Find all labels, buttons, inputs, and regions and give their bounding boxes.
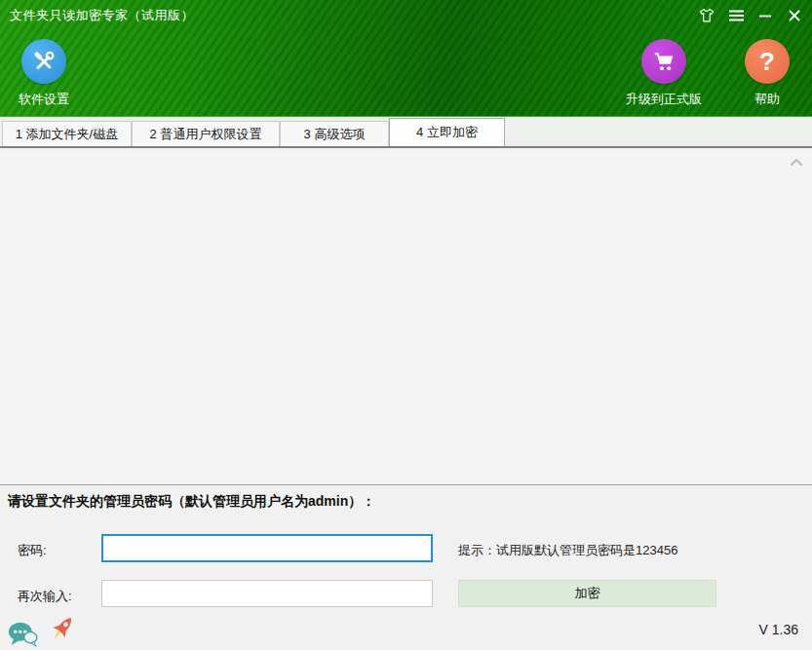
close-icon[interactable] xyxy=(783,5,806,26)
tab-encrypt-now[interactable]: 4 立即加密 xyxy=(389,118,505,146)
confirm-password-input[interactable] xyxy=(101,580,433,607)
panel-heading: 请设置文件夹的管理员密码（默认管理员用户名为admin）： xyxy=(8,493,375,511)
skin-icon[interactable] xyxy=(695,5,718,26)
chat-feedback-icon[interactable] xyxy=(8,622,38,650)
upgrade-label: 升级到正式版 xyxy=(626,91,702,108)
folder-list-area xyxy=(0,150,812,484)
software-settings-label: 软件设置 xyxy=(19,91,69,108)
cart-icon xyxy=(641,39,686,84)
software-settings-button[interactable]: 软件设置 xyxy=(0,39,88,108)
help-label: 帮助 xyxy=(754,91,780,108)
encrypt-button[interactable]: 加密 xyxy=(458,580,716,607)
chevron-up-icon[interactable] xyxy=(789,154,808,170)
tools-icon xyxy=(21,39,66,84)
app-header: 文件夹只读加密专家（试用版） xyxy=(0,0,812,117)
confirm-password-label: 再次输入: xyxy=(18,588,72,605)
help-button[interactable]: ? 帮助 xyxy=(728,39,806,108)
app-window: 文件夹只读加密专家（试用版） xyxy=(0,0,812,650)
step-tab-strip: 1 添加文件夹/磁盘 2 普通用户权限设置 3 高级选项 4 立即加密 xyxy=(0,117,812,148)
menu-icon[interactable] xyxy=(724,5,748,26)
password-input[interactable] xyxy=(101,534,433,562)
upgrade-button[interactable]: 升级到正式版 xyxy=(605,39,722,108)
window-title: 文件夹只读加密专家（试用版） xyxy=(10,7,194,24)
question-icon: ? xyxy=(745,39,790,84)
tab-advanced-options[interactable]: 3 高级选项 xyxy=(280,121,389,146)
trial-password-hint: 提示：试用版默认管理员密码是123456 xyxy=(458,542,677,559)
window-controls xyxy=(695,5,806,26)
rocket-icon[interactable] xyxy=(47,613,78,648)
tab-add-folder[interactable]: 1 添加文件夹/磁盘 xyxy=(2,121,132,146)
minimize-icon[interactable] xyxy=(754,5,777,26)
password-label: 密码: xyxy=(18,542,47,559)
admin-password-panel: 请设置文件夹的管理员密码（默认管理员用户名为admin）： 密码: 提示：试用版… xyxy=(0,485,812,650)
tab-user-permissions[interactable]: 2 普通用户权限设置 xyxy=(132,121,280,146)
version-text: V 1.36 xyxy=(759,622,798,637)
